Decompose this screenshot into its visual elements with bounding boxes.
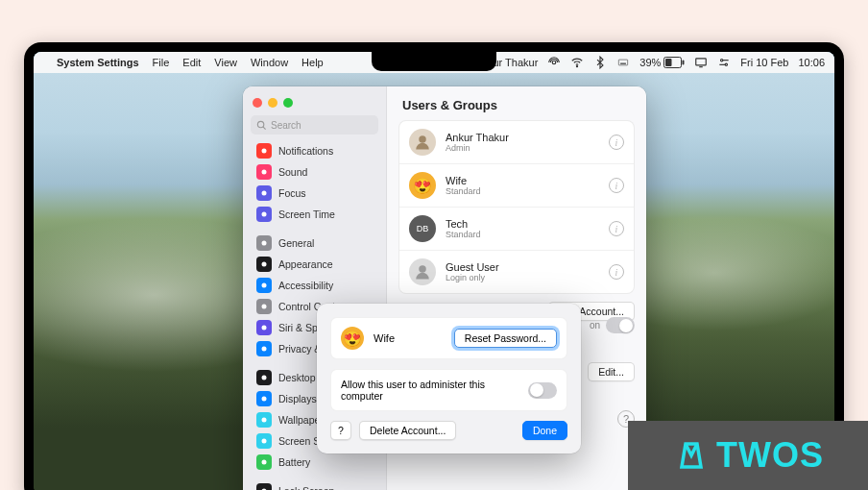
- sidebar-item-label: Lock Screen: [278, 485, 334, 490]
- user-row[interactable]: 😍 Wife Standard i: [399, 164, 634, 208]
- help-button[interactable]: ?: [330, 421, 351, 440]
- user-row[interactable]: DB Tech Standard i: [399, 208, 634, 251]
- menu-help[interactable]: Help: [301, 57, 324, 68]
- guest-toggle[interactable]: [606, 317, 635, 333]
- minimize-button[interactable]: [268, 98, 277, 108]
- edit-button[interactable]: Edit...: [588, 362, 635, 381]
- sidebar-icon: [256, 454, 272, 470]
- menu-window[interactable]: Window: [251, 57, 288, 68]
- user-name: Wife: [446, 175, 599, 186]
- reset-password-button[interactable]: Reset Password...: [454, 329, 557, 348]
- control-center-icon[interactable]: [717, 56, 731, 69]
- watermark: TWOS: [628, 421, 868, 490]
- svg-rect-2: [619, 60, 628, 65]
- user-row[interactable]: Guest User Login only i: [399, 251, 634, 293]
- sidebar-icon: [256, 299, 272, 314]
- modal-user-name: Wife: [374, 332, 445, 344]
- user-row[interactable]: Ankur Thakur Admin i: [399, 121, 634, 164]
- sidebar-icon: [256, 391, 272, 406]
- sidebar-item-label: Battery: [278, 456, 310, 468]
- svg-rect-6: [665, 59, 672, 66]
- menubar-time[interactable]: 10:06: [798, 57, 825, 68]
- sidebar-icon: [256, 341, 272, 356]
- user-list: Ankur Thakur Admin i 😍 Wife Standard i: [398, 120, 635, 294]
- keyboard-icon[interactable]: [616, 56, 630, 69]
- delete-account-button[interactable]: Delete Account...: [359, 421, 456, 440]
- sidebar-item-sound[interactable]: Sound: [247, 161, 382, 183]
- search-placeholder: Search: [271, 120, 301, 131]
- airdrop-icon[interactable]: [547, 56, 561, 69]
- avatar: 😍: [341, 327, 364, 350]
- toggle-on-label: on: [590, 320, 600, 331]
- sidebar-item-label: Notifications: [278, 145, 333, 157]
- menu-view[interactable]: View: [214, 57, 237, 68]
- svg-rect-7: [696, 59, 707, 65]
- sidebar-item-label: General: [278, 237, 314, 249]
- sidebar-icon: [256, 412, 272, 428]
- battery-percent: 39%: [639, 57, 661, 68]
- sidebar-icon: [256, 207, 272, 222]
- svg-point-10: [257, 121, 263, 127]
- search-icon: [256, 120, 267, 131]
- svg-point-21: [262, 376, 267, 380]
- menu-edit[interactable]: Edit: [182, 57, 201, 68]
- sidebar-item-label: Focus: [278, 187, 306, 199]
- user-name: Tech: [446, 218, 599, 230]
- info-icon[interactable]: i: [609, 135, 624, 150]
- user-name: Ankur Thakur: [446, 132, 599, 143]
- sidebar-item-lock-screen[interactable]: Lock Screen: [247, 480, 382, 490]
- svg-point-15: [262, 241, 267, 246]
- sidebar-icon: [256, 433, 272, 449]
- user-role: Login only: [446, 273, 599, 282]
- user-role: Standard: [446, 186, 599, 196]
- close-button[interactable]: [253, 98, 262, 108]
- panel-title: Users & Groups: [387, 86, 646, 120]
- sidebar-item-notifications[interactable]: Notifications: [247, 140, 382, 161]
- admin-toggle-label: Allow this user to administer this compu…: [341, 379, 518, 402]
- user-role: Admin: [446, 143, 599, 153]
- svg-point-33: [419, 265, 426, 273]
- info-icon[interactable]: i: [609, 221, 624, 236]
- svg-point-9: [725, 63, 727, 65]
- sidebar-item-label: Appearance: [278, 258, 333, 270]
- menu-file[interactable]: File: [153, 57, 170, 68]
- watermark-logo-icon: [672, 436, 711, 475]
- sidebar-item-general[interactable]: General: [247, 233, 382, 254]
- wifi-icon[interactable]: [570, 56, 584, 69]
- svg-point-11: [262, 149, 267, 154]
- sidebar-item-battery[interactable]: Battery: [247, 452, 382, 473]
- sidebar-item-label: Screen Time: [278, 208, 335, 220]
- done-button[interactable]: Done: [522, 421, 567, 440]
- sidebar-item-screen-time[interactable]: Screen Time: [247, 204, 382, 225]
- svg-point-8: [721, 60, 723, 61]
- svg-point-0: [553, 61, 557, 64]
- user-edit-sheet: 😍 Wife Reset Password... Allow this user…: [317, 304, 581, 453]
- zoom-button[interactable]: [283, 98, 293, 108]
- menubar-date[interactable]: Fri 10 Feb: [740, 57, 788, 68]
- sidebar-item-focus[interactable]: Focus: [247, 183, 382, 204]
- sidebar-item-accessibility[interactable]: Accessibility: [247, 275, 382, 296]
- svg-point-18: [262, 305, 267, 309]
- sidebar-icon: [256, 370, 272, 385]
- sidebar-icon: [256, 320, 272, 335]
- svg-point-17: [262, 283, 267, 288]
- avatar: [409, 258, 436, 285]
- app-name[interactable]: System Settings: [57, 57, 139, 68]
- bluetooth-icon[interactable]: [593, 56, 607, 69]
- svg-point-16: [262, 262, 267, 267]
- sidebar-icon: [256, 235, 272, 251]
- search-input[interactable]: Search: [251, 115, 378, 135]
- user-role: Standard: [446, 230, 599, 239]
- svg-point-23: [262, 418, 267, 423]
- svg-rect-5: [683, 61, 685, 65]
- battery-status[interactable]: 39%: [639, 57, 685, 68]
- admin-toggle[interactable]: [528, 382, 557, 399]
- info-icon[interactable]: i: [609, 264, 624, 280]
- sidebar-item-label: Sound: [278, 166, 307, 178]
- svg-point-25: [262, 460, 267, 465]
- sidebar-icon: [256, 257, 272, 272]
- user-name: Guest User: [446, 261, 599, 273]
- info-icon[interactable]: i: [609, 178, 624, 193]
- screen-mirror-icon[interactable]: [694, 56, 708, 69]
- sidebar-item-appearance[interactable]: Appearance: [247, 254, 382, 275]
